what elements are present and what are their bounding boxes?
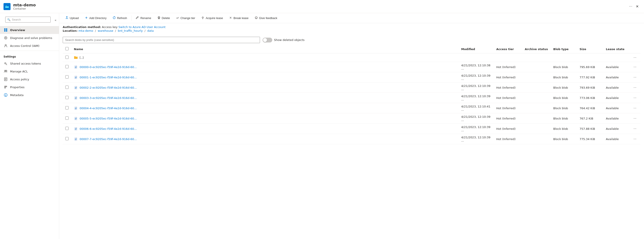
row-name-cell[interactable]: 00004-4-ec9205ec-f59f-4e2d-916d-60... [71, 103, 458, 113]
access-tier-column-header[interactable]: Access tier [494, 45, 522, 53]
row-actions-cell[interactable]: ··· [630, 82, 640, 93]
row-name-cell[interactable]: 00000-0-ec9205ec-f59f-4e2d-916d-60... [71, 62, 458, 72]
row-more-button[interactable]: ··· [632, 75, 638, 80]
row-actions-cell[interactable]: ··· [630, 53, 640, 62]
close-button[interactable]: ✕ [634, 3, 640, 9]
row-checkbox-cell[interactable] [63, 103, 71, 113]
row-more-button[interactable]: ··· [632, 65, 638, 69]
row-checkbox-cell[interactable] [63, 93, 71, 103]
row-checkbox-cell[interactable] [63, 72, 71, 82]
sidebar-item-metadata[interactable]: Metadata [0, 91, 59, 99]
row-select-checkbox[interactable] [65, 137, 68, 140]
show-deleted-toggle[interactable] [262, 38, 272, 42]
upload-button[interactable]: Upload [63, 15, 81, 21]
sidebar-item-properties[interactable]: Properties [0, 83, 59, 91]
sidebar-item-diagnose[interactable]: Diagnose and solve problems [0, 34, 59, 42]
sidebar-item-overview[interactable]: Overview [0, 26, 59, 34]
switch-auth-link[interactable]: Switch to Azure AD User Account [118, 25, 166, 29]
row-name-cell[interactable]: 00005-5-ec9205ec-f59f-4e2d-916d-60... [71, 113, 458, 124]
row-more-button[interactable]: ··· [632, 116, 638, 121]
row-actions-cell[interactable]: ··· [630, 103, 640, 113]
row-name-cell[interactable]: [..] [71, 53, 458, 62]
row-more-button[interactable]: ··· [632, 85, 638, 90]
row-actions-cell[interactable]: ··· [630, 124, 640, 134]
breadcrumb-warehouse[interactable]: warehouse [98, 29, 113, 32]
row-actions-cell[interactable]: ··· [630, 134, 640, 144]
row-checkbox-cell[interactable] [63, 124, 71, 134]
row-name[interactable]: 00006-6-ec9205ec-f59f-4e2d-916d-60... [80, 127, 137, 130]
row-more-button[interactable]: ··· [632, 95, 638, 100]
row-name-cell[interactable]: 00003-3-ec9205ec-f59f-4e2d-916d-60... [71, 93, 458, 103]
row-name-cell[interactable]: 00002-2-ec9205ec-f59f-4e2d-916d-60... [71, 82, 458, 93]
row-name[interactable]: 00004-4-ec9205ec-f59f-4e2d-916d-60... [80, 107, 137, 110]
row-name[interactable]: 00007-7-ec9205ec-f59f-4e2d-916d-60... [80, 137, 137, 141]
sidebar-item-iam[interactable]: Access Control (IAM) [0, 42, 59, 50]
acquire-lease-button[interactable]: Acquire lease [198, 15, 226, 21]
row-size-cell: 793.69 KiB [577, 82, 603, 93]
add-directory-button[interactable]: Add Directory [82, 15, 109, 21]
row-name[interactable]: 00005-5-ec9205ec-f59f-4e2d-916d-60... [80, 117, 137, 120]
row-actions-cell[interactable]: ··· [630, 93, 640, 103]
breadcrumb-mta-demo[interactable]: mta-demo [78, 29, 93, 32]
row-name[interactable]: 00001-1-ec9205ec-f59f-4e2d-916d-60... [80, 76, 137, 79]
row-checkbox-cell[interactable] [63, 82, 71, 93]
give-feedback-button[interactable]: Give feedback [252, 15, 280, 21]
row-select-checkbox[interactable] [65, 96, 68, 99]
row-name-cell[interactable]: 00001-1-ec9205ec-f59f-4e2d-916d-60... [71, 72, 458, 82]
sidebar-item-manage-acl[interactable]: Manage ACL [0, 67, 59, 75]
row-size-cell: 795.69 KiB [577, 62, 603, 72]
lease-state-column-header[interactable]: Lease state [603, 45, 630, 53]
app-icon [4, 3, 10, 10]
select-all-checkbox[interactable] [65, 47, 68, 50]
sidebar-item-shared-access-tokens[interactable]: Shared access tokens [0, 59, 59, 67]
archive-status-column-header[interactable]: Archive status [522, 45, 550, 53]
rename-button[interactable]: Rename [133, 15, 154, 21]
row-select-checkbox[interactable] [65, 127, 68, 130]
svg-rect-5 [6, 28, 7, 30]
row-lease-state-cell: Available [603, 62, 630, 72]
breadcrumb-data[interactable]: data [147, 29, 154, 32]
size-column-header[interactable]: Size [577, 45, 603, 53]
row-more-button[interactable]: ··· [632, 55, 638, 60]
sidebar-search-box[interactable]: 🔍 [5, 17, 51, 22]
row-checkbox-cell[interactable] [63, 134, 71, 144]
sidebar-search-input[interactable] [12, 18, 49, 21]
delete-button[interactable]: Delete [155, 15, 173, 21]
row-name[interactable]: 00002-2-ec9205ec-f59f-4e2d-916d-60... [80, 86, 137, 89]
sidebar-collapse-button[interactable]: « [53, 18, 58, 22]
refresh-button[interactable]: Refresh [110, 15, 130, 21]
name-column-header[interactable]: Name [71, 45, 458, 53]
row-select-checkbox[interactable] [65, 56, 68, 59]
row-more-button[interactable]: ··· [632, 106, 638, 111]
row-more-button[interactable]: ··· [632, 137, 638, 141]
row-select-checkbox[interactable] [65, 106, 68, 109]
row-name[interactable]: 00000-0-ec9205ec-f59f-4e2d-916d-60... [80, 65, 137, 69]
break-lease-button[interactable]: Break lease [226, 15, 251, 21]
row-actions-cell[interactable]: ··· [630, 72, 640, 82]
select-all-header[interactable] [63, 45, 71, 53]
toolbar: Upload Add Directory Refresh [59, 13, 644, 23]
row-name-cell[interactable]: 00006-6-ec9205ec-f59f-4e2d-916d-60... [71, 124, 458, 134]
more-options-button[interactable]: ··· [627, 3, 634, 9]
row-select-checkbox[interactable] [65, 75, 68, 79]
blob-type-column-header[interactable]: Blob type [550, 45, 577, 53]
row-name[interactable]: [..] [80, 56, 84, 59]
breadcrumb-bnt-traffic-hourly[interactable]: bnt_traffic_hourly [118, 29, 143, 32]
sidebar-item-access-policy[interactable]: Access policy [0, 75, 59, 83]
row-select-checkbox[interactable] [65, 116, 68, 120]
row-checkbox-cell[interactable] [63, 113, 71, 124]
row-name[interactable]: 00003-3-ec9205ec-f59f-4e2d-916d-60... [80, 96, 137, 100]
row-more-button[interactable]: ··· [632, 126, 638, 131]
row-select-checkbox[interactable] [65, 86, 68, 89]
modified-column-header[interactable]: Modified [458, 45, 494, 53]
row-name-cell[interactable]: 00007-7-ec9205ec-f59f-4e2d-916d-60... [71, 134, 458, 144]
manage-acl-icon [4, 69, 8, 73]
row-checkbox-cell[interactable] [63, 53, 71, 62]
row-checkbox-cell[interactable] [63, 62, 71, 72]
row-actions-cell[interactable]: ··· [630, 62, 640, 72]
blob-file-icon [74, 65, 78, 69]
row-actions-cell[interactable]: ··· [630, 113, 640, 124]
change-tier-button[interactable]: Change tier [174, 15, 198, 21]
blob-search-input[interactable] [63, 37, 260, 43]
row-select-checkbox[interactable] [65, 65, 68, 68]
